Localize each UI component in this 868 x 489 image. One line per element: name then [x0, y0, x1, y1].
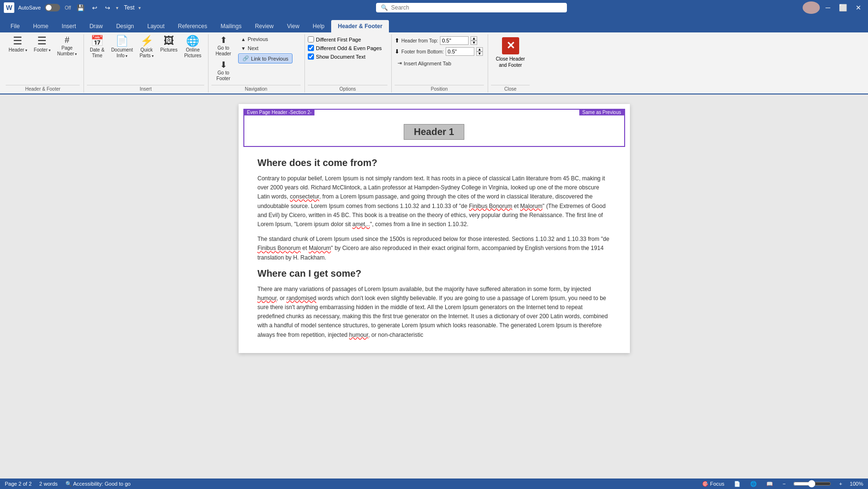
header-label-tag: Even Page Header -Section 2-: [244, 109, 315, 115]
footer-bottom-down[interactable]: ▼: [476, 52, 483, 56]
online-pictures-icon: 🌐: [186, 36, 199, 46]
para1: Contrary to popular belief, Lorem Ipsum …: [258, 174, 611, 229]
ribbon-group-header-footer-items: ☰ Header▾ ☰ Footer▾ # PageNumber▾: [6, 34, 80, 84]
header-section[interactable]: Even Page Header -Section 2- Same as Pre…: [243, 109, 625, 147]
tab-home[interactable]: Home: [26, 20, 55, 32]
show-doc-text-label: Show Document Text: [316, 54, 366, 60]
ribbon-group-close: ✕ Close Headerand Footer Close: [489, 34, 533, 93]
show-doc-text-option[interactable]: Show Document Text: [308, 53, 366, 60]
finibus-bonorum-word: Finibus Bonorum: [469, 203, 512, 209]
diff-odd-even-checkbox[interactable]: [308, 45, 314, 51]
status-right: 🎯 Focus 📄 🌐 📖 − + 100%: [700, 480, 863, 488]
footer-from-bottom-input[interactable]: [446, 47, 474, 56]
search-bar[interactable]: 🔍: [376, 3, 567, 12]
link-icon: 🔗: [242, 55, 249, 62]
autosave-toggle[interactable]: [45, 4, 60, 11]
next-icon: ▼: [241, 46, 246, 51]
consectetur-word: consectetur: [290, 193, 319, 200]
tab-references[interactable]: References: [171, 20, 214, 32]
search-input[interactable]: [391, 4, 562, 11]
go-to-header-button[interactable]: ⬆ Go toHeader: [211, 34, 235, 58]
where-get-heading: Where can I get some?: [258, 268, 611, 279]
go-to-footer-icon: ⬇: [220, 61, 227, 69]
pictures-button[interactable]: 🖼 Pictures: [157, 34, 180, 54]
insert-alignment-tab-label: Insert Alignment Tab: [404, 61, 451, 66]
header-top-down[interactable]: ▼: [471, 41, 477, 45]
ribbon-group-position: ⬆ Header from Top: ▲ ▼ ⬇ Footer from Bot…: [393, 34, 488, 93]
footer-bottom-up[interactable]: ▲: [476, 47, 483, 52]
tab-file[interactable]: File: [4, 20, 26, 32]
footer-bottom-spinner: ▲ ▼: [476, 47, 483, 56]
tab-mailings[interactable]: Mailings: [214, 20, 248, 32]
go-to-header-label: Go toHeader: [216, 45, 231, 57]
save-icon[interactable]: 💾: [75, 3, 86, 12]
show-doc-text-checkbox[interactable]: [308, 53, 314, 60]
header1-box[interactable]: Header 1: [404, 124, 464, 140]
go-to-header-icon: ⬆: [220, 36, 227, 44]
link-to-previous-button[interactable]: 🔗 Link to Previous: [238, 53, 293, 63]
go-to-footer-button[interactable]: ⬇ Go toFooter: [211, 59, 235, 83]
doc-title: Test: [124, 4, 135, 11]
diff-odd-even-label: Different Odd & Even Pages: [316, 45, 382, 51]
page-number-icon: #: [65, 36, 70, 44]
redo-dropdown[interactable]: ▾: [116, 5, 118, 10]
zoom-slider[interactable]: [793, 480, 831, 488]
ribbon-group-options: Different First Page Different Odd & Eve…: [306, 34, 392, 93]
go-to-footer-label: Go toFooter: [217, 70, 230, 82]
next-button[interactable]: ▼ Next: [238, 44, 293, 52]
tab-design[interactable]: Design: [109, 20, 140, 32]
ribbon-label-header-footer: Header & Footer: [6, 85, 80, 93]
undo-icon[interactable]: ↩: [90, 3, 99, 12]
zoom-in-button[interactable]: +: [837, 480, 844, 488]
footer-button[interactable]: ☰ Footer▾: [31, 34, 53, 54]
page-number-button[interactable]: # PageNumber▾: [54, 34, 80, 58]
ribbon-group-header-footer: ☰ Header▾ ☰ Footer▾ # PageNumber▾ Header…: [4, 34, 84, 93]
autosave-off-text: Off: [65, 5, 71, 10]
header-button[interactable]: ☰ Header▾: [6, 34, 30, 54]
document-info-button[interactable]: 📄 DocumentInfo▾: [108, 34, 136, 60]
humour-word2: humour: [349, 332, 368, 338]
close-window-button[interactable]: ✕: [853, 3, 864, 12]
zoom-out-button[interactable]: −: [781, 480, 787, 488]
focus-button[interactable]: 🎯 Focus: [700, 480, 726, 488]
redo-icon[interactable]: ↪: [103, 3, 112, 12]
footer-from-bottom-row: ⬇ Footer from Bottom: ▲ ▼: [395, 47, 483, 56]
print-layout-button[interactable]: 📄: [732, 480, 743, 488]
diff-odd-even-option[interactable]: Different Odd & Even Pages: [308, 45, 382, 51]
tab-help[interactable]: Help: [306, 20, 331, 32]
tab-draw[interactable]: Draw: [83, 20, 109, 32]
close-header-footer-label: Close Headerand Footer: [496, 56, 525, 68]
header-top-up[interactable]: ▲: [471, 36, 477, 41]
diff-first-page-label: Different First Page: [316, 37, 361, 42]
diff-first-page-checkbox[interactable]: [308, 36, 314, 42]
quick-parts-button[interactable]: ⚡ QuickParts▾: [136, 34, 156, 60]
previous-icon: ▲: [241, 37, 246, 42]
tab-insert[interactable]: Insert: [55, 20, 83, 32]
date-time-button[interactable]: 📅 Date &Time: [87, 34, 107, 60]
online-pictures-label: OnlinePictures: [184, 47, 201, 59]
previous-button[interactable]: ▲ Previous: [238, 35, 293, 43]
date-time-icon: 📅: [91, 36, 104, 46]
header-from-top-icon: ⬆: [395, 37, 399, 44]
diff-first-page-option[interactable]: Different First Page: [308, 36, 361, 42]
zoom-level: 100%: [850, 481, 863, 487]
restore-button[interactable]: ⬜: [836, 3, 850, 12]
minimize-button[interactable]: ─: [823, 3, 833, 12]
tab-view[interactable]: View: [281, 20, 306, 32]
footer-label: Footer▾: [34, 47, 51, 53]
read-mode-button[interactable]: 📖: [764, 480, 775, 488]
header-from-top-input[interactable]: [440, 36, 469, 45]
insert-alignment-tab-button[interactable]: ⇥ Insert Alignment Tab: [395, 58, 454, 67]
close-header-footer-button[interactable]: ✕ Close Headerand Footer: [491, 34, 530, 71]
header-label: Header▾: [9, 47, 27, 53]
document-info-icon: 📄: [115, 36, 128, 46]
word-logo: W: [4, 2, 14, 13]
tab-header-footer[interactable]: Header & Footer: [331, 20, 389, 32]
online-pictures-button[interactable]: 🌐 OnlinePictures: [181, 34, 204, 60]
search-icon: 🔍: [381, 4, 388, 11]
tab-layout[interactable]: Layout: [141, 20, 171, 32]
web-layout-button[interactable]: 🌐: [748, 480, 759, 488]
tab-review[interactable]: Review: [248, 20, 280, 32]
next-label: Next: [248, 45, 259, 51]
avatar[interactable]: [803, 1, 820, 14]
